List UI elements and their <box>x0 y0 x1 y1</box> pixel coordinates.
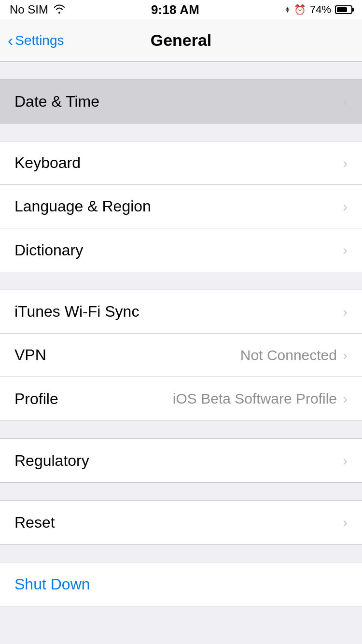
row-keyboard[interactable]: Keyboard › <box>0 141 362 185</box>
chevron-icon-vpn: › <box>343 347 348 364</box>
row-date-time[interactable]: Date & Time › <box>0 80 362 123</box>
section-sync: iTunes Wi-Fi Sync › VPN Not Connected › … <box>0 290 362 421</box>
row-vpn[interactable]: VPN Not Connected › <box>0 334 362 377</box>
chevron-icon-date-time: › <box>343 93 348 110</box>
section-gap-4 <box>0 483 362 500</box>
row-language-region[interactable]: Language & Region › <box>0 185 362 228</box>
row-right-dictionary: › <box>343 242 348 258</box>
row-right-vpn: Not Connected › <box>240 347 348 364</box>
section-gap-bottom <box>0 606 362 635</box>
row-value-profile: iOS Beta Software Profile <box>173 391 337 407</box>
row-label-profile: Profile <box>14 390 58 408</box>
section-date-time: Date & Time › <box>0 79 362 124</box>
back-label: Settings <box>15 33 64 48</box>
row-right-date-time: › <box>343 93 348 110</box>
nav-bar: ‹ Settings General <box>0 19 362 62</box>
status-bar: No SIM 9:18 AM ⌖ ⏰ 74% <box>0 0 362 19</box>
section-gap-3 <box>0 421 362 438</box>
back-chevron-icon: ‹ <box>8 32 13 48</box>
row-reset[interactable]: Reset › <box>0 501 362 544</box>
chevron-icon-regulatory: › <box>343 452 348 469</box>
row-right-language-region: › <box>343 198 348 215</box>
row-label-date-time: Date & Time <box>14 93 99 111</box>
section-keyboard: Keyboard › Language & Region › Dictionar… <box>0 141 362 272</box>
row-label-regulatory: Regulatory <box>14 452 89 470</box>
row-regulatory[interactable]: Regulatory › <box>0 439 362 482</box>
chevron-icon-profile: › <box>343 391 348 407</box>
row-label-vpn: VPN <box>14 346 46 364</box>
chevron-icon-reset: › <box>343 514 348 531</box>
row-right-itunes-wifi-sync: › <box>343 304 348 320</box>
battery-percentage: 74% <box>310 3 331 16</box>
row-itunes-wifi-sync[interactable]: iTunes Wi-Fi Sync › <box>0 290 362 334</box>
row-right-reset: › <box>343 514 348 531</box>
section-regulatory: Regulatory › <box>0 438 362 483</box>
row-right-regulatory: › <box>343 452 348 469</box>
row-right-profile: iOS Beta Software Profile › <box>173 391 348 407</box>
section-gap-1 <box>0 124 362 141</box>
row-value-vpn: Not Connected <box>240 347 337 364</box>
chevron-icon-dictionary: › <box>343 242 348 258</box>
row-shut-down[interactable]: Shut Down <box>0 562 362 606</box>
section-reset: Reset › <box>0 500 362 545</box>
carrier-label: No SIM <box>10 3 48 16</box>
alarm-icon: ⏰ <box>294 4 306 15</box>
status-time: 9:18 AM <box>151 2 199 17</box>
row-right-keyboard: › <box>343 155 348 171</box>
chevron-icon-language-region: › <box>343 198 348 215</box>
row-label-keyboard: Keyboard <box>14 154 81 172</box>
chevron-icon-keyboard: › <box>343 155 348 171</box>
battery-icon <box>335 5 352 14</box>
section-gap-top <box>0 62 362 79</box>
status-right: ⌖ ⏰ 74% <box>285 3 352 16</box>
row-label-itunes-wifi-sync: iTunes Wi-Fi Sync <box>14 303 139 321</box>
row-profile[interactable]: Profile iOS Beta Software Profile › <box>0 377 362 420</box>
wifi-icon <box>53 3 66 16</box>
section-gap-2 <box>0 272 362 290</box>
chevron-icon-itunes-wifi-sync: › <box>343 304 348 320</box>
page-title: General <box>151 31 212 50</box>
location-icon: ⌖ <box>285 4 290 15</box>
row-label-language-region: Language & Region <box>14 197 151 215</box>
section-gap-5 <box>0 545 362 562</box>
nav-back-button[interactable]: ‹ Settings <box>8 33 64 48</box>
row-label-shut-down: Shut Down <box>14 575 90 593</box>
row-label-reset: Reset <box>14 514 55 532</box>
status-left: No SIM <box>10 3 66 16</box>
section-shutdown: Shut Down <box>0 562 362 606</box>
row-label-dictionary: Dictionary <box>14 241 83 259</box>
row-dictionary[interactable]: Dictionary › <box>0 228 362 272</box>
